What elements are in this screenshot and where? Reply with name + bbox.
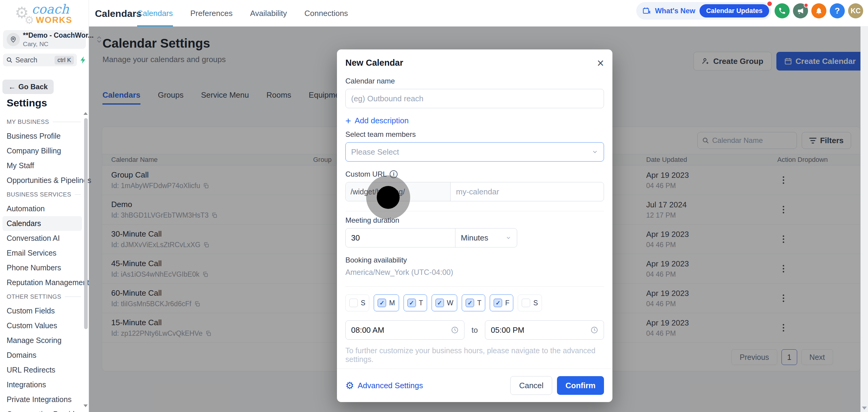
calendar-updates-button[interactable]: Calendar Updates bbox=[700, 4, 769, 18]
url-slug-input[interactable] bbox=[451, 182, 604, 201]
account-switcher[interactable]: **Demo - CoachWor... Cary, NC bbox=[3, 30, 86, 49]
user-avatar[interactable]: KC bbox=[848, 3, 863, 19]
custom-url-field[interactable]: /widget/booking/ bbox=[345, 182, 604, 201]
day-saturday[interactable]: ✓S bbox=[518, 294, 541, 311]
advanced-settings-link[interactable]: ⚙ Advanced Settings bbox=[345, 381, 423, 390]
arrow-left-icon: ← bbox=[8, 83, 16, 91]
scrollbar-down-arrow[interactable] bbox=[84, 405, 88, 407]
top-bar: Calendars Calendars Preferences Availabi… bbox=[89, 0, 868, 27]
notifications-button[interactable] bbox=[811, 3, 827, 19]
close-icon[interactable]: × bbox=[597, 59, 604, 67]
brand-logo-works: WORKS bbox=[36, 15, 72, 25]
calendar-name-input[interactable] bbox=[345, 89, 604, 108]
divider bbox=[345, 286, 604, 287]
sidebar-item-phone-numbers[interactable]: Phone Numbers bbox=[2, 260, 82, 275]
sidebar-scrollbar[interactable] bbox=[84, 118, 88, 329]
day-tuesday[interactable]: ✓T bbox=[404, 294, 427, 311]
tab-preferences[interactable]: Preferences bbox=[190, 0, 233, 27]
settings-menu: MY BUSINESS Business Profile Company Bil… bbox=[2, 115, 82, 412]
team-select-placeholder: Please Select bbox=[351, 147, 399, 157]
meeting-duration-label: Meeting duration bbox=[345, 216, 604, 225]
account-name: **Demo - CoachWor... bbox=[23, 31, 94, 39]
whats-new-label: What's New bbox=[655, 7, 695, 15]
sidebar-item-opportunities-pipelines[interactable]: Opportunities & Pipelines bbox=[2, 173, 82, 188]
day-friday[interactable]: ✓F bbox=[490, 294, 513, 311]
timezone-label: America/New_York (UTC-04:00) bbox=[345, 268, 604, 277]
confirm-button[interactable]: Confirm bbox=[557, 376, 604, 395]
chevron-up-down-icon bbox=[97, 36, 101, 43]
sidebar: ⚙ ⚙ coach WORKS **Demo - CoachWor... Car… bbox=[0, 0, 89, 412]
scrollbar-down-arrow[interactable] bbox=[862, 407, 867, 410]
to-label: to bbox=[472, 326, 478, 335]
team-members-label: Select team members bbox=[345, 130, 604, 139]
notification-dot bbox=[804, 3, 808, 7]
add-description-link[interactable]: + Add description bbox=[345, 116, 604, 125]
sidebar-item-calendars[interactable]: Calendars bbox=[2, 216, 82, 231]
sidebar-item-reputation-management[interactable]: Reputation Management bbox=[2, 275, 82, 290]
bolt-icon[interactable] bbox=[80, 56, 87, 64]
tab-connections[interactable]: Connections bbox=[304, 0, 348, 27]
calendar-chat-icon bbox=[642, 7, 651, 15]
checkbox: ✓ bbox=[435, 299, 444, 307]
window-scrollbar[interactable] bbox=[861, 27, 868, 412]
page-title: Calendars bbox=[95, 8, 142, 19]
brand-logo: ⚙ ⚙ coach WORKS bbox=[14, 2, 74, 27]
sidebar-item-private-integrations[interactable]: Private Integrations bbox=[2, 392, 82, 407]
checkbox: ✓ bbox=[349, 299, 358, 307]
whats-new-pill[interactable]: What's New Calendar Updates bbox=[636, 2, 771, 20]
search-icon bbox=[6, 57, 13, 63]
sidebar-item-manage-scoring[interactable]: Manage Scoring bbox=[2, 333, 82, 348]
sidebar-item-email-services[interactable]: Email Services bbox=[2, 246, 82, 260]
checkbox: ✓ bbox=[407, 299, 416, 307]
help-button[interactable]: ? bbox=[830, 3, 845, 19]
top-nav-tabs: Calendars Preferences Availability Conne… bbox=[137, 0, 348, 27]
clock-icon bbox=[451, 326, 459, 334]
menu-section-my-business: MY BUSINESS bbox=[2, 115, 82, 129]
calendar-name-label: Calendar name bbox=[345, 77, 604, 85]
scrollbar-up-arrow[interactable] bbox=[84, 112, 88, 115]
sidebar-item-company-billing[interactable]: Company Billing bbox=[2, 144, 82, 158]
day-sunday[interactable]: ✓S bbox=[345, 294, 369, 311]
new-calendar-modal: New Calendar × Calendar name + Add descr… bbox=[337, 50, 613, 402]
sidebar-item-automation[interactable]: Automation bbox=[2, 201, 82, 216]
menu-section-business-services: BUSINESS SERVICES bbox=[2, 188, 82, 201]
gear-icon: ⚙ bbox=[345, 381, 354, 390]
sidebar-item-business-profile[interactable]: Business Profile bbox=[2, 129, 82, 144]
sidebar-item-conversation-ai[interactable]: Conversation AI bbox=[2, 231, 82, 246]
global-search[interactable]: Search ctrl K bbox=[3, 54, 77, 66]
booking-availability-label: Booking availability bbox=[345, 256, 604, 264]
go-back-button[interactable]: ← Go Back bbox=[2, 80, 54, 94]
announcements-button[interactable] bbox=[793, 3, 808, 19]
divider bbox=[345, 211, 604, 211]
location-pin-icon bbox=[7, 33, 20, 46]
checkbox: ✓ bbox=[378, 299, 386, 307]
chevron-down-icon bbox=[592, 149, 598, 155]
cancel-button[interactable]: Cancel bbox=[510, 376, 552, 395]
day-monday[interactable]: ✓M bbox=[374, 294, 399, 311]
sidebar-item-url-redirects[interactable]: URL Redirects bbox=[2, 362, 82, 377]
checkbox: ✓ bbox=[466, 299, 474, 307]
duration-unit-select[interactable]: Minutes bbox=[456, 228, 517, 247]
sidebar-item-conversation-providers[interactable]: Conversation Providers bbox=[2, 407, 82, 412]
settings-heading: Settings bbox=[7, 97, 47, 109]
tab-calendars[interactable]: Calendars bbox=[137, 0, 173, 27]
sidebar-item-domains[interactable]: Domains bbox=[2, 348, 82, 362]
sidebar-item-custom-values[interactable]: Custom Values bbox=[2, 318, 82, 333]
search-placeholder: Search bbox=[16, 56, 37, 64]
start-time-input[interactable]: 08:00 AM bbox=[345, 320, 464, 340]
checkbox: ✓ bbox=[522, 299, 530, 307]
team-members-select[interactable]: Please Select bbox=[345, 142, 604, 162]
day-wednesday[interactable]: ✓W bbox=[432, 294, 458, 311]
sidebar-item-custom-fields[interactable]: Custom Fields bbox=[2, 304, 82, 318]
chevron-down-icon bbox=[505, 235, 512, 241]
sidebar-item-integrations[interactable]: Integrations bbox=[2, 377, 82, 392]
phone-button[interactable] bbox=[775, 3, 789, 19]
url-prefix: /widget/booking/ bbox=[346, 182, 451, 201]
day-thursday[interactable]: ✓T bbox=[462, 294, 485, 311]
end-time-input[interactable]: 05:00 PM bbox=[485, 320, 604, 340]
duration-value-input[interactable] bbox=[346, 233, 455, 243]
info-icon[interactable]: i bbox=[390, 170, 398, 178]
modal-title: New Calendar bbox=[345, 58, 403, 68]
sidebar-item-my-staff[interactable]: My Staff bbox=[2, 158, 82, 173]
tab-availability[interactable]: Availability bbox=[250, 0, 287, 27]
